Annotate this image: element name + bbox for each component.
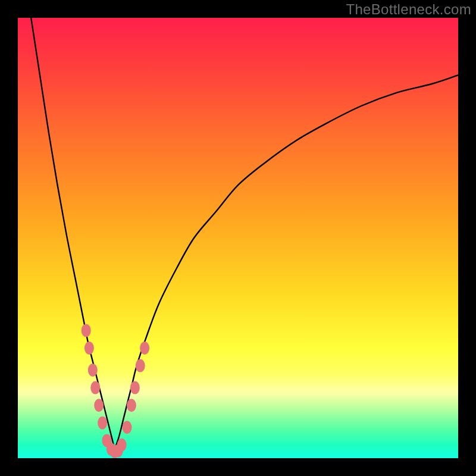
data-marker — [94, 399, 104, 412]
curve-left-branch — [31, 18, 115, 449]
data-marker — [84, 342, 94, 355]
data-marker — [130, 381, 140, 394]
data-marker — [140, 342, 149, 355]
data-marker — [136, 359, 145, 372]
data-marker — [88, 364, 98, 377]
plot-area — [18, 18, 458, 458]
chart-frame: TheBottleneck.com — [0, 0, 476, 476]
data-marker — [98, 416, 107, 430]
data-marker — [117, 439, 127, 452]
marker-group — [82, 324, 149, 458]
data-marker — [127, 399, 136, 412]
data-marker — [90, 381, 100, 394]
curve-layer — [18, 18, 458, 458]
data-marker — [123, 421, 132, 434]
data-marker — [82, 324, 91, 337]
curve-right-branch — [115, 75, 458, 449]
watermark-text: TheBottleneck.com — [346, 1, 471, 18]
